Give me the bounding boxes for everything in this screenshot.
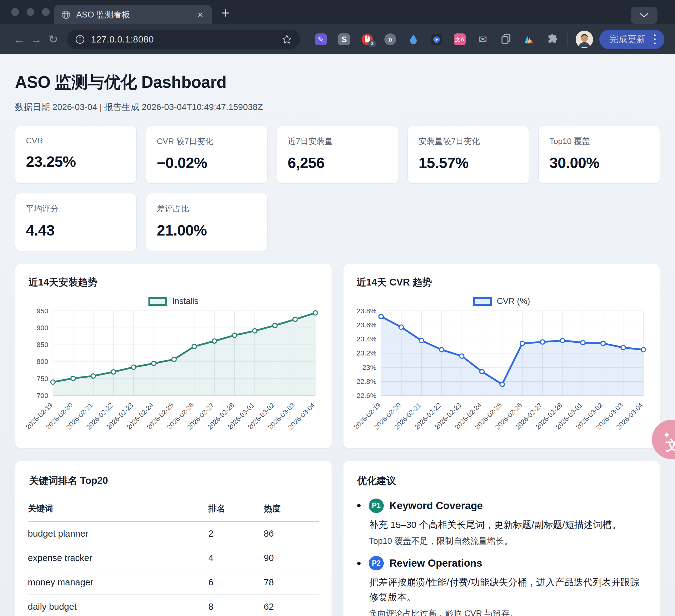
extension-badge: 3 xyxy=(368,40,376,47)
svg-text:23.6%: 23.6% xyxy=(357,321,377,329)
site-info-icon[interactable] xyxy=(75,34,85,45)
profile-avatar[interactable] xyxy=(576,30,593,48)
finish-update-button[interactable]: 完成更新 xyxy=(599,30,664,49)
keyword-cell: daily budget xyxy=(28,595,209,616)
suggestion-head: P2 Review Operations xyxy=(357,556,647,570)
table-row: money manager 6 78 xyxy=(28,570,319,595)
rank-cell: 8 xyxy=(209,595,264,616)
puzzle-extension-icon[interactable] xyxy=(546,33,558,45)
browser-menu-dots-icon[interactable] xyxy=(654,34,656,45)
svg-text:文A: 文A xyxy=(665,438,675,453)
kpi-label: 近7日安装量 xyxy=(288,136,387,147)
chart-svg: 7007508008509009502026-02-192026-02-2020… xyxy=(27,307,320,445)
bullet-icon xyxy=(357,504,361,507)
finish-update-label: 完成更新 xyxy=(609,33,646,46)
zoom-window-button[interactable] xyxy=(42,8,50,16)
bottom-grid: 关键词排名 Top20 关键词 排名 热度 budget planner 2 8… xyxy=(15,461,660,616)
heat-cell: 62 xyxy=(264,595,319,616)
video-play-extension-icon[interactable] xyxy=(431,33,443,45)
fast-forward-extension-icon[interactable]: » xyxy=(384,33,396,45)
priority-badge: P2 xyxy=(369,556,384,570)
suggestions-title: 优化建议 xyxy=(357,474,647,487)
toolbar-separator xyxy=(568,33,568,46)
kpi-label: 安装量较7日变化 xyxy=(419,136,518,147)
url-bar[interactable]: 127.0.0.1:8080 xyxy=(67,30,300,49)
reload-button[interactable]: ↻ xyxy=(45,34,62,45)
svg-text:850: 850 xyxy=(36,341,48,349)
keyword-table: 关键词 排名 热度 budget planner 2 86 expense tr… xyxy=(28,497,319,616)
mail-extension-icon[interactable]: ✉ xyxy=(477,33,489,45)
kpi-label: 差评占比 xyxy=(157,203,256,214)
kpi-label: 平均评分 xyxy=(26,203,126,214)
kpi-label: Top10 覆盖 xyxy=(549,136,649,147)
tab-strip: ASO 监测看板 × + xyxy=(0,0,675,24)
translate-extension-icon[interactable]: 文A xyxy=(454,33,466,45)
col-header-heat: 热度 xyxy=(264,497,319,521)
s-extension-icon[interactable]: S xyxy=(338,33,350,45)
chevron-down-icon xyxy=(640,12,649,18)
color-shapes-extension-icon[interactable] xyxy=(523,33,535,45)
svg-text:800: 800 xyxy=(36,358,48,365)
priority-badge: P1 xyxy=(369,499,384,513)
kpi-label: CVR xyxy=(26,136,126,146)
kpi-card: 差评占比 21.00% xyxy=(146,193,268,251)
suggestion-action: 把差评按崩溃/性能/付费/功能缺失分桶，进入产品迭代列表并跟踪修复版本。 xyxy=(369,575,647,605)
close-window-button[interactable] xyxy=(11,8,19,16)
keyword-cell: budget planner xyxy=(28,521,209,546)
url-text[interactable]: 127.0.0.1:8080 xyxy=(91,34,276,45)
heat-cell: 90 xyxy=(264,546,319,570)
notes-extension-icon[interactable]: ✎ xyxy=(315,33,327,45)
page-meta: 数据日期 2026-03-04 | 报告生成 2026-03-04T10:49:… xyxy=(15,101,660,113)
keyword-table-header-row: 关键词 排名 热度 xyxy=(28,497,319,521)
minimize-window-button[interactable] xyxy=(26,8,34,16)
new-tab-button[interactable]: + xyxy=(221,6,230,20)
kpi-card: Top10 覆盖 30.00% xyxy=(538,125,660,184)
suggestions-list: P1 Keyword Coverage 补充 15–30 个高相关长尾词，更新标… xyxy=(356,499,647,616)
back-button[interactable]: ← xyxy=(11,34,28,45)
installs-chart-card: 近14天安装趋势 Installs 7007508008509009502026… xyxy=(15,264,332,448)
map-pin-extension-icon[interactable] xyxy=(407,33,420,45)
suggestion-item: P1 Keyword Coverage 补充 15–30 个高相关长尾词，更新标… xyxy=(357,499,647,548)
browser-tab[interactable]: ASO 监测看板 × xyxy=(54,5,212,24)
bullet-icon xyxy=(357,562,361,565)
table-row: budget planner 2 86 xyxy=(28,521,319,546)
cvr-chart-title: 近14天 CVR 趋势 xyxy=(357,276,648,289)
kpi-value: 15.57% xyxy=(419,154,518,172)
svg-text:700: 700 xyxy=(36,392,48,400)
suggestion-action: 补充 15–30 个高相关长尾词，更新标题/副标题/短描述词槽。 xyxy=(369,517,647,532)
suggestion-head: P1 Keyword Coverage xyxy=(357,499,647,513)
cvr-legend-swatch-icon xyxy=(473,297,492,306)
installs-legend-swatch-icon xyxy=(148,297,167,306)
tab-title: ASO 监测看板 xyxy=(76,9,191,20)
tab-search-chevron-button[interactable] xyxy=(630,7,658,24)
suggestion-item: P2 Review Operations 把差评按崩溃/性能/付费/功能缺失分桶… xyxy=(357,556,647,616)
installs-legend-label: Installs xyxy=(172,296,199,306)
rank-cell: 2 xyxy=(209,521,264,546)
chart-svg: 22.6%22.8%23%23.2%23.4%23.6%23.8%2026-02… xyxy=(355,307,648,445)
page-title: ASO 监测与优化 Dashboard xyxy=(15,71,660,94)
cvr-legend-label: CVR (%) xyxy=(497,296,530,306)
extensions-row: ✎S3»文A✉ xyxy=(315,33,558,45)
keyword-table-card: 关键词排名 Top20 关键词 排名 热度 budget planner 2 8… xyxy=(15,461,332,616)
installs-chart-legend: Installs xyxy=(27,296,320,306)
svg-text:23.4%: 23.4% xyxy=(357,335,377,343)
copy-extension-icon[interactable] xyxy=(500,33,512,45)
suggestions-card: 优化建议 P1 Keyword Coverage 补充 15–30 个高相关长尾… xyxy=(343,461,660,616)
forward-button[interactable]: → xyxy=(28,34,45,45)
tab-close-icon[interactable]: × xyxy=(196,10,204,20)
kpi-label: CVR 较7日变化 xyxy=(157,136,256,147)
heat-cell: 78 xyxy=(264,570,319,595)
svg-text:23.2%: 23.2% xyxy=(357,349,377,357)
kpi-value: 30.00% xyxy=(549,154,649,172)
bookmark-star-icon[interactable] xyxy=(282,34,292,45)
window-controls[interactable] xyxy=(11,8,50,16)
kpi-card: 平均评分 4.43 xyxy=(15,193,137,251)
kpi-grid: CVR 23.25% CVR 较7日变化 −0.02% 近7日安装量 6,256… xyxy=(15,125,660,251)
avatar-face-icon xyxy=(576,30,593,48)
suggestion-note: Top10 覆盖不足，限制自然流量增长。 xyxy=(369,535,647,548)
keyword-cell: expense tracker xyxy=(28,546,209,570)
translate-sparkle-icon: ✦ 文A xyxy=(656,424,675,455)
kpi-value: 4.43 xyxy=(26,222,126,239)
svg-text:23%: 23% xyxy=(362,364,376,371)
adblock-hand-extension-icon[interactable]: 3 xyxy=(361,33,373,45)
